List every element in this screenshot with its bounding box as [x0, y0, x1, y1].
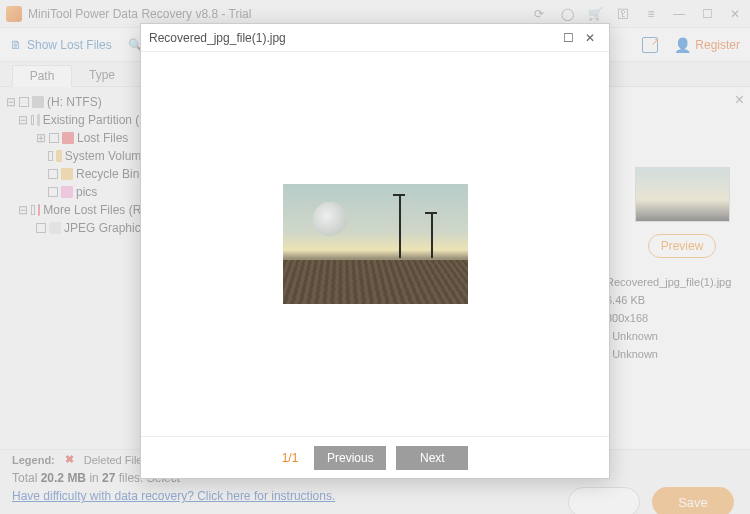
modal-body	[141, 52, 609, 436]
preview-image	[283, 184, 468, 304]
previous-button[interactable]: Previous	[314, 446, 386, 470]
modal-title: Recovered_jpg_file(1).jpg	[149, 31, 286, 45]
page-indicator: 1/1	[282, 451, 299, 465]
lamp-shape	[399, 194, 401, 258]
next-button[interactable]: Next	[396, 446, 468, 470]
lamp-shape	[431, 212, 433, 258]
deck-shape	[283, 260, 468, 304]
moon-shape	[313, 202, 347, 236]
modal-footer: 1/1 Previous Next	[141, 436, 609, 478]
preview-modal: Recovered_jpg_file(1).jpg ☐ ✕ 1/1 Previo…	[140, 23, 610, 479]
modal-close-icon[interactable]: ✕	[579, 27, 601, 49]
modal-titlebar: Recovered_jpg_file(1).jpg ☐ ✕	[141, 24, 609, 52]
modal-maximize-icon[interactable]: ☐	[557, 27, 579, 49]
